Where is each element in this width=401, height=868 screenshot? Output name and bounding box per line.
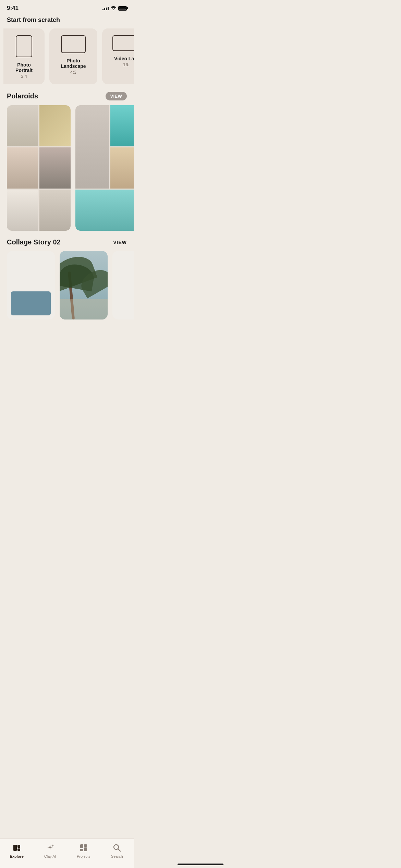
landscape-ratio: 4:3 bbox=[56, 70, 91, 75]
collage-teal-block bbox=[11, 291, 51, 315]
photo-cell-hand bbox=[7, 147, 38, 189]
polaroid-grid-summer bbox=[75, 105, 134, 231]
landscape-frame-icon bbox=[61, 35, 86, 53]
status-time: 9:41 bbox=[7, 5, 19, 12]
landscape-name: Photo Landscape bbox=[56, 58, 91, 69]
portrait-frame-icon bbox=[16, 35, 32, 57]
template-photo-portrait[interactable]: Photo Portrait 3:4 bbox=[3, 28, 45, 84]
video-name: Video La... bbox=[114, 56, 134, 61]
signal-bar-4 bbox=[108, 7, 109, 10]
photo-cell-lamp bbox=[39, 105, 71, 146]
polaroids-view-button[interactable]: VIEW bbox=[106, 92, 127, 100]
template-portrait-label: Photo Portrait 3:4 bbox=[10, 62, 38, 79]
template-landscape-label: Photo Landscape 4:3 bbox=[56, 58, 91, 75]
photo-melon bbox=[110, 147, 134, 189]
photo-cell-woman bbox=[7, 105, 38, 146]
template-photo-landscape[interactable]: Photo Landscape 4:3 bbox=[49, 28, 97, 84]
portrait-ratio: 3:4 bbox=[10, 74, 38, 79]
collage-card-1[interactable] bbox=[7, 251, 55, 320]
collage-card-2[interactable] bbox=[60, 251, 108, 320]
signal-bars-icon bbox=[102, 6, 109, 10]
start-from-scratch-title: Start from scratch bbox=[0, 14, 134, 28]
photo-swim bbox=[110, 105, 134, 146]
polaroid-grid-2x3 bbox=[7, 105, 71, 231]
video-ratio: 16: bbox=[114, 62, 134, 67]
photo-water-hand bbox=[75, 190, 134, 231]
polaroid-card-2[interactable] bbox=[75, 105, 134, 231]
battery-icon bbox=[118, 6, 127, 11]
photo-cell-book bbox=[39, 190, 71, 231]
polaroids-scroll[interactable] bbox=[0, 105, 134, 231]
polaroid-card-1[interactable] bbox=[7, 105, 71, 231]
battery-fill bbox=[119, 7, 126, 10]
photo-cell-hat bbox=[39, 147, 71, 189]
template-video-landscape[interactable]: Video La... 16: bbox=[102, 28, 134, 84]
collage-story-title: Collage Story 02 bbox=[7, 238, 61, 246]
collage-story-section-header: Collage Story 02 VIEW bbox=[0, 231, 134, 251]
templates-row: Photo Portrait 3:4 Photo Landscape 4:3 V… bbox=[0, 28, 134, 84]
wifi-icon bbox=[111, 6, 116, 10]
portrait-name: Photo Portrait bbox=[10, 62, 38, 73]
signal-bar-1 bbox=[102, 9, 104, 10]
template-video-label: Video La... 16: bbox=[114, 56, 134, 67]
collage-card-3[interactable] bbox=[112, 251, 134, 320]
signal-bar-2 bbox=[104, 8, 105, 10]
signal-bar-3 bbox=[106, 8, 107, 10]
photo-staircase bbox=[75, 105, 109, 189]
photo-cell-shoe bbox=[7, 190, 38, 231]
collage-story-scroll[interactable] bbox=[0, 251, 134, 320]
polaroids-section-header: Polaroids VIEW bbox=[0, 84, 134, 105]
collage-story-view-button[interactable]: VIEW bbox=[113, 240, 127, 245]
video-landscape-frame-icon bbox=[112, 35, 134, 51]
polaroids-title: Polaroids bbox=[7, 92, 38, 100]
status-bar: 9:41 bbox=[0, 0, 134, 14]
status-icons bbox=[102, 6, 127, 11]
